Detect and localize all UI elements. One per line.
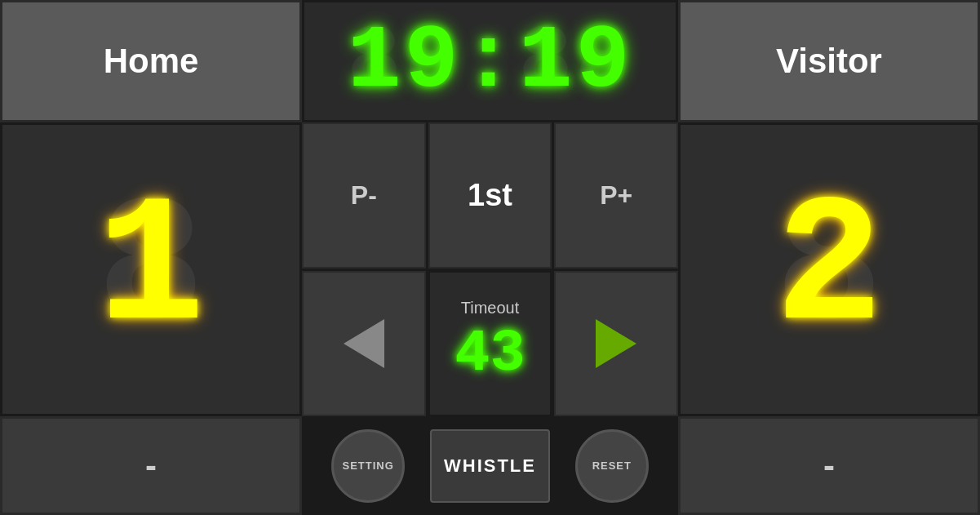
scoreboard: Home 88:88 19:19 Visitor 8 1 P- 1st P+ T… [0, 0, 980, 515]
visitor-label: Visitor [776, 42, 882, 81]
period-value: 1st [468, 178, 512, 213]
clock-display: 88:88 19:19 [302, 0, 678, 122]
timeout-box: Timeout 43 [428, 271, 552, 417]
home-score-panel: 8 1 [0, 122, 302, 416]
home-minus-button[interactable]: - [0, 416, 302, 515]
period-minus-button[interactable]: P- [302, 122, 426, 269]
whistle-label: WHISTLE [444, 455, 536, 477]
period-display: 1st [428, 122, 552, 269]
home-label-box: Home [0, 0, 302, 122]
play-button[interactable] [554, 271, 678, 417]
play-icon [596, 319, 636, 368]
home-minus-label: - [145, 446, 157, 486]
period-plus-button[interactable]: P+ [554, 122, 678, 269]
timeout-label: Timeout [461, 299, 520, 317]
home-label: Home [104, 42, 199, 81]
visitor-minus-button[interactable]: - [678, 416, 980, 515]
visitor-label-box: Visitor [678, 0, 980, 122]
center-controls: P- 1st P+ Timeout 43 [302, 122, 678, 416]
home-score-value: 1 [97, 168, 205, 371]
visitor-score-value: 2 [775, 168, 883, 371]
rewind-button[interactable] [302, 271, 426, 417]
period-minus-label: P- [351, 180, 377, 211]
visitor-score-panel: 8 2 [678, 122, 980, 416]
timeout-value: 43 [455, 321, 525, 388]
clock-value: 19:19 [347, 11, 632, 113]
rewind-icon [344, 319, 384, 368]
reset-label: RESET [592, 460, 632, 472]
period-plus-label: P+ [600, 180, 632, 211]
visitor-minus-label: - [823, 446, 835, 486]
whistle-button[interactable]: WHISTLE [430, 429, 549, 503]
bottom-controls: SETTING WHISTLE RESET [302, 416, 678, 515]
reset-button[interactable]: RESET [575, 429, 649, 503]
setting-button[interactable]: SETTING [331, 429, 405, 503]
setting-label: SETTING [342, 460, 393, 472]
